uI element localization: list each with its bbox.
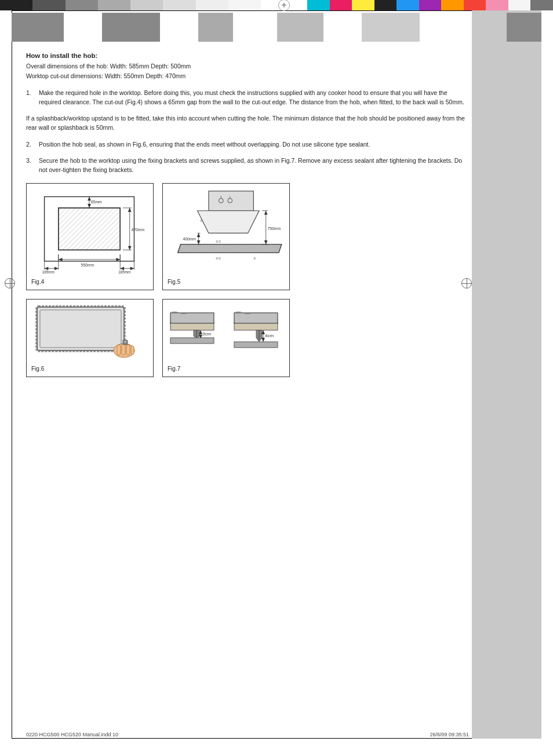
figure-7-svg: 3cm 4cm bbox=[168, 304, 283, 362]
section-title: How to install the hob: bbox=[26, 52, 469, 59]
swatch-purple bbox=[419, 0, 442, 10]
instruction-num-1: 1. bbox=[26, 88, 34, 107]
figures-row-2: Fig.6 3cm bbox=[26, 299, 469, 377]
top-bar-left bbox=[0, 0, 261, 10]
svg-rect-32 bbox=[209, 191, 253, 211]
svg-marker-17 bbox=[59, 258, 63, 261]
svg-text:4cm: 4cm bbox=[265, 333, 274, 338]
figure-5-box: 400mm 750mm 0 0 0 0 0 0 Fig.5 bbox=[162, 183, 290, 290]
swatch-8 bbox=[228, 0, 261, 10]
gray-blocks-bar bbox=[0, 13, 553, 42]
content-zone: How to install the hob: Overall dimensio… bbox=[26, 52, 469, 727]
footer-left: 0220 HCG500 HCG520 Manual.indd 10 bbox=[26, 732, 118, 737]
gray-block-3 bbox=[102, 13, 160, 42]
svg-text:0 0: 0 0 bbox=[216, 240, 221, 243]
svg-marker-37 bbox=[198, 211, 259, 233]
gray-block-spacer bbox=[424, 13, 502, 42]
swatch-4 bbox=[98, 0, 130, 10]
gray-block-6 bbox=[238, 13, 272, 42]
svg-rect-75 bbox=[170, 338, 214, 344]
dim-line-1: Overall dimensions of the hob: Width: 58… bbox=[26, 61, 469, 71]
gray-block-7 bbox=[277, 13, 323, 42]
figure-4-box: 65mm 470mm 550mm bbox=[26, 183, 154, 290]
svg-rect-64 bbox=[131, 346, 134, 355]
svg-rect-57 bbox=[37, 307, 124, 350]
svg-marker-50 bbox=[264, 211, 268, 215]
fig4-label: Fig.4 bbox=[31, 279, 148, 285]
swatch-cyan bbox=[307, 0, 330, 10]
svg-marker-30 bbox=[130, 267, 134, 271]
svg-text:0: 0 bbox=[253, 257, 255, 260]
gray-block-5 bbox=[198, 13, 233, 42]
figure-7-box: 3cm 4cm Fig.7 bbox=[162, 299, 290, 377]
swatch-3 bbox=[66, 0, 98, 10]
swatch-blue bbox=[396, 0, 419, 10]
swatch-red bbox=[464, 0, 486, 10]
gray-block-8 bbox=[328, 13, 357, 42]
top-bar-right bbox=[307, 0, 553, 10]
svg-rect-62 bbox=[122, 344, 125, 355]
instruction-num-3: 3. bbox=[26, 156, 34, 175]
instruction-item-3: 3. Secure the hob to the worktop using t… bbox=[26, 156, 469, 175]
swatch-2 bbox=[32, 0, 65, 10]
svg-text:470mm: 470mm bbox=[132, 228, 145, 232]
crosshair-icon bbox=[278, 0, 290, 11]
svg-rect-63 bbox=[126, 345, 130, 355]
svg-text:400mm: 400mm bbox=[183, 237, 196, 241]
swatch-1 bbox=[0, 0, 32, 10]
svg-rect-77 bbox=[234, 313, 278, 323]
svg-text:550mm: 550mm bbox=[81, 264, 94, 268]
svg-text:0: 0 bbox=[200, 220, 202, 223]
footer: 0220 HCG500 HCG520 Manual.indd 10 26/6/0… bbox=[26, 732, 469, 737]
fig6-label: Fig.6 bbox=[31, 366, 148, 372]
left-crosshair bbox=[5, 278, 16, 290]
svg-text:185mm: 185mm bbox=[42, 271, 54, 275]
gray-block-right bbox=[507, 13, 541, 42]
swatch-dark-gray bbox=[530, 0, 553, 10]
splashback-paragraph: If a splashback/worktop upstand is to be… bbox=[26, 114, 469, 133]
footer-right: 26/6/09 09:35:51 bbox=[430, 732, 469, 737]
figures-row-1: 65mm 470mm 550mm bbox=[26, 183, 469, 290]
instruction-item-2: 2. Position the hob seal, as shown in Fi… bbox=[26, 140, 469, 149]
fig5-label: Fig.5 bbox=[168, 279, 285, 285]
swatch-orange bbox=[441, 0, 464, 10]
svg-marker-82 bbox=[261, 338, 265, 342]
svg-text:3cm: 3cm bbox=[202, 331, 211, 337]
figure-6-svg bbox=[31, 304, 147, 362]
instruction-text-3: Secure the hob to the worktop using the … bbox=[39, 156, 469, 175]
swatch-6 bbox=[163, 0, 195, 10]
svg-text:0 0: 0 0 bbox=[216, 257, 221, 260]
svg-marker-44 bbox=[197, 233, 201, 238]
instruction-item-1: 1. Make the required hole in the worktop… bbox=[26, 88, 469, 107]
gray-block-9 bbox=[362, 13, 420, 42]
swatch-yellow bbox=[352, 0, 374, 10]
instruction-text-1: Make the required hole in the worktop. B… bbox=[39, 88, 469, 107]
instruction-text-2: Position the hob seal, as shown in Fig.6… bbox=[39, 140, 370, 149]
swatch-5 bbox=[130, 0, 163, 10]
svg-marker-6 bbox=[88, 204, 91, 209]
swatch-pink bbox=[486, 0, 508, 10]
swatch-magenta bbox=[330, 0, 352, 10]
instructions-list: 1. Make the required hole in the worktop… bbox=[26, 88, 469, 107]
svg-text:65mm: 65mm bbox=[91, 200, 102, 204]
swatch-7 bbox=[196, 0, 228, 10]
svg-point-66 bbox=[123, 340, 127, 344]
swatch-light bbox=[508, 0, 531, 10]
svg-text:185mm: 185mm bbox=[118, 271, 130, 275]
gray-block-2 bbox=[68, 13, 97, 42]
svg-marker-45 bbox=[197, 240, 201, 244]
gray-block-1 bbox=[12, 13, 64, 42]
svg-marker-11 bbox=[128, 208, 132, 212]
svg-rect-61 bbox=[117, 345, 121, 355]
top-color-bar bbox=[0, 0, 553, 10]
top-bar-center-crosshair bbox=[261, 0, 307, 10]
left-crosshair-circle bbox=[5, 278, 15, 288]
svg-marker-51 bbox=[264, 240, 268, 244]
svg-marker-18 bbox=[116, 258, 120, 261]
svg-rect-3 bbox=[59, 208, 120, 250]
figure-6-box: Fig.6 bbox=[26, 299, 154, 377]
svg-rect-84 bbox=[234, 342, 278, 348]
fig7-label: Fig.7 bbox=[168, 366, 285, 372]
figure-5-svg: 400mm 750mm 0 0 0 0 0 0 bbox=[168, 188, 283, 275]
svg-marker-24 bbox=[54, 267, 59, 271]
